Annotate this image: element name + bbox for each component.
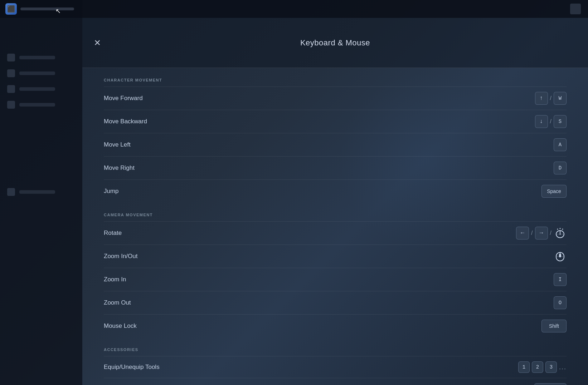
sidebar-item-5 <box>0 184 82 199</box>
binding-keys-zoom_out: O <box>554 296 567 309</box>
key-cap: S <box>554 115 567 128</box>
keybindings-content: CHARACTER MOVEMENTMove Forward↑/WMove Ba… <box>82 68 588 385</box>
window-controls <box>570 4 581 14</box>
sidebar-icon-2 <box>7 69 15 77</box>
binding-row-move_left: Move LeftA <box>104 133 567 156</box>
sidebar-label-1 <box>19 56 55 59</box>
window-control-btn <box>570 4 581 14</box>
binding-row-zoom_in: Zoom InI <box>104 268 567 291</box>
svg-point-5 <box>562 229 563 230</box>
binding-row-rotate: Rotate←/→/ <box>104 221 567 245</box>
binding-keys-move_left: A <box>554 138 567 151</box>
svg-point-3 <box>557 229 558 230</box>
key-wide: Space <box>541 185 567 198</box>
dialog-header: ✕ Keyboard & Mouse <box>82 18 588 68</box>
binding-keys-jump: Space <box>541 185 567 198</box>
binding-keys-equip_unequip: 123... <box>518 361 567 373</box>
binding-label-mouse_lock: Mouse Lock <box>104 322 137 330</box>
binding-row-zoom_in_out: Zoom In/Out <box>104 245 567 268</box>
mouse-scroll-icon <box>554 250 567 263</box>
binding-label-move_left: Move Left <box>104 141 131 148</box>
binding-label-equip_unequip: Equip/Unequip Tools <box>104 364 160 371</box>
key-arrow: ↓ <box>535 115 548 128</box>
sidebar-item-2 <box>0 66 82 81</box>
close-icon: ✕ <box>94 38 101 48</box>
key-wide: Backspace <box>534 383 567 385</box>
binding-keys-move_forward: ↑/W <box>535 92 567 105</box>
app-icon: ⬛ <box>5 3 17 15</box>
svg-point-4 <box>560 228 561 229</box>
binding-label-zoom_in: Zoom In <box>104 276 126 283</box>
key-cap: W <box>554 92 567 105</box>
binding-row-mouse_lock: Mouse LockShift <box>104 314 567 337</box>
sidebar-label-3 <box>19 87 55 91</box>
key-separator: / <box>550 95 551 102</box>
section-header-accessories: ACCESSORIES <box>104 337 567 356</box>
binding-keys-rotate: ←/→/ <box>516 227 567 240</box>
binding-label-jump: Jump <box>104 188 119 195</box>
binding-keys-zoom_in_out <box>554 250 567 263</box>
app-title-placeholder <box>20 8 74 10</box>
key-separator: / <box>550 230 551 236</box>
sidebar-icon-3 <box>7 85 15 93</box>
key-numbered: 3 <box>545 361 557 373</box>
key-cap: D <box>554 162 567 174</box>
sidebar-label-5 <box>19 190 55 194</box>
binding-row-zoom_out: Zoom OutO <box>104 291 567 314</box>
sidebar <box>0 0 82 385</box>
mouse-rotate-icon <box>554 227 567 240</box>
sidebar-label-4 <box>19 103 55 107</box>
binding-keys-move_backward: ↓/S <box>535 115 567 128</box>
key-arrow: ↑ <box>535 92 548 105</box>
binding-row-drop_tool: Drop ToolBackspace <box>104 378 567 385</box>
main-panel: ✕ Keyboard & Mouse CHARACTER MOVEMENTMov… <box>82 18 588 385</box>
binding-label-move_forward: Move Forward <box>104 95 143 102</box>
app-topbar: ⬛ ↖ <box>0 0 588 18</box>
binding-row-move_forward: Move Forward↑/W <box>104 87 567 110</box>
key-numbered: 2 <box>532 361 543 373</box>
binding-label-rotate: Rotate <box>104 229 122 237</box>
binding-label-move_backward: Move Backward <box>104 118 147 125</box>
binding-keys-zoom_in: I <box>554 273 567 286</box>
binding-label-zoom_out: Zoom Out <box>104 299 131 306</box>
binding-keys-drop_tool: Backspace <box>534 383 567 385</box>
binding-row-jump: JumpSpace <box>104 179 567 203</box>
close-button[interactable]: ✕ <box>91 36 104 49</box>
key-cap: I <box>554 273 567 286</box>
key-arrow: → <box>535 227 548 240</box>
sidebar-item-4 <box>0 97 82 112</box>
key-cap: O <box>554 296 567 309</box>
dialog-title: Keyboard & Mouse <box>300 38 370 48</box>
key-separator: / <box>531 230 533 236</box>
sidebar-item-1 <box>0 50 82 65</box>
key-ellipsis: ... <box>559 364 567 371</box>
sidebar-icon-1 <box>7 54 15 61</box>
binding-row-equip_unequip: Equip/Unequip Tools123... <box>104 356 567 378</box>
sidebar-item-3 <box>0 82 82 97</box>
svg-rect-9 <box>559 254 561 257</box>
key-numbered: 1 <box>518 361 530 373</box>
cursor-icon: ↖ <box>55 7 61 15</box>
sidebar-icon-5 <box>7 188 15 196</box>
binding-keys-move_right: D <box>554 162 567 174</box>
section-header-character_movement: CHARACTER MOVEMENT <box>104 68 567 87</box>
key-cap: A <box>554 138 567 151</box>
binding-keys-mouse_lock: Shift <box>541 320 567 332</box>
binding-label-zoom_in_out: Zoom In/Out <box>104 253 137 260</box>
key-arrow: ← <box>516 227 529 240</box>
key-wide: Shift <box>541 320 567 332</box>
binding-row-move_right: Move RightD <box>104 156 567 179</box>
binding-label-move_right: Move Right <box>104 164 135 172</box>
section-header-camera_movement: CAMERA MOVEMENT <box>104 203 567 221</box>
key-separator: / <box>550 118 551 125</box>
sidebar-label-2 <box>19 71 55 75</box>
binding-row-move_backward: Move Backward↓/S <box>104 110 567 133</box>
sidebar-icon-4 <box>7 101 15 109</box>
